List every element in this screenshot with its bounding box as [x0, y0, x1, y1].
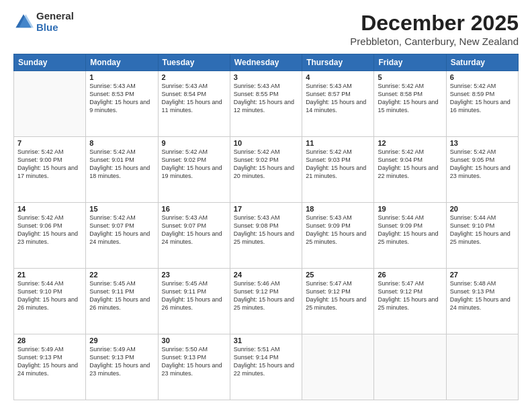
cell-info: Sunrise: 5:42 AM Sunset: 9:05 PM Dayligh… — [450, 148, 515, 181]
cell-info: Sunrise: 5:42 AM Sunset: 9:00 PM Dayligh… — [17, 148, 82, 181]
calendar-week-row: 28Sunrise: 5:49 AM Sunset: 9:13 PM Dayli… — [14, 334, 519, 400]
calendar-cell: 21Sunrise: 5:44 AM Sunset: 9:10 PM Dayli… — [14, 269, 86, 334]
cell-info: Sunrise: 5:42 AM Sunset: 9:07 PM Dayligh… — [89, 214, 154, 246]
calendar-cell: 27Sunrise: 5:48 AM Sunset: 9:13 PM Dayli… — [446, 269, 518, 334]
day-number: 24 — [234, 271, 298, 279]
day-number: 15 — [89, 205, 154, 213]
day-number: 28 — [17, 336, 82, 345]
title-block: December 2025 Prebbleton, Canterbury, Ne… — [350, 11, 519, 47]
calendar-cell: 11Sunrise: 5:42 AM Sunset: 9:03 PM Dayli… — [302, 137, 374, 203]
cell-info: Sunrise: 5:49 AM Sunset: 9:13 PM Dayligh… — [89, 345, 154, 378]
calendar-cell: 10Sunrise: 5:42 AM Sunset: 9:02 PM Dayli… — [230, 137, 302, 203]
calendar-cell: 30Sunrise: 5:50 AM Sunset: 9:13 PM Dayli… — [158, 334, 230, 400]
calendar-cell: 31Sunrise: 5:51 AM Sunset: 9:14 PM Dayli… — [230, 334, 302, 400]
logo-icon — [13, 12, 34, 32]
calendar-cell — [302, 334, 374, 400]
header-saturday: Saturday — [446, 54, 518, 71]
day-number: 6 — [450, 73, 515, 81]
day-number: 25 — [306, 271, 370, 279]
calendar-cell: 29Sunrise: 5:49 AM Sunset: 9:13 PM Dayli… — [86, 334, 158, 400]
day-number: 12 — [378, 139, 442, 147]
day-number: 21 — [17, 271, 82, 279]
calendar-cell: 8Sunrise: 5:42 AM Sunset: 9:01 PM Daylig… — [86, 137, 158, 203]
calendar-cell: 13Sunrise: 5:42 AM Sunset: 9:05 PM Dayli… — [446, 137, 518, 203]
cell-info: Sunrise: 5:51 AM Sunset: 9:14 PM Dayligh… — [234, 345, 298, 378]
cell-info: Sunrise: 5:42 AM Sunset: 9:02 PM Dayligh… — [162, 148, 226, 181]
cell-info: Sunrise: 5:45 AM Sunset: 9:11 PM Dayligh… — [89, 279, 154, 312]
cell-info: Sunrise: 5:42 AM Sunset: 9:02 PM Dayligh… — [234, 148, 298, 181]
cell-info: Sunrise: 5:47 AM Sunset: 9:12 PM Dayligh… — [378, 279, 442, 312]
day-number: 7 — [17, 139, 82, 147]
calendar-cell: 24Sunrise: 5:46 AM Sunset: 9:12 PM Dayli… — [230, 269, 302, 334]
cell-info: Sunrise: 5:42 AM Sunset: 8:59 PM Dayligh… — [450, 82, 515, 115]
cell-info: Sunrise: 5:43 AM Sunset: 8:57 PM Dayligh… — [306, 82, 370, 115]
logo-general: General — [36, 11, 74, 22]
calendar-table: Sunday Monday Tuesday Wednesday Thursday… — [13, 54, 519, 400]
day-number: 2 — [162, 73, 226, 81]
day-number: 22 — [89, 271, 154, 279]
day-number: 13 — [450, 139, 515, 147]
calendar-cell: 7Sunrise: 5:42 AM Sunset: 9:00 PM Daylig… — [14, 137, 86, 203]
logo: General Blue — [13, 11, 74, 33]
calendar-cell: 22Sunrise: 5:45 AM Sunset: 9:11 PM Dayli… — [86, 269, 158, 334]
calendar-cell: 19Sunrise: 5:44 AM Sunset: 9:09 PM Dayli… — [374, 203, 446, 269]
calendar-cell: 20Sunrise: 5:44 AM Sunset: 9:10 PM Dayli… — [446, 203, 518, 269]
calendar-cell: 23Sunrise: 5:45 AM Sunset: 9:11 PM Dayli… — [158, 269, 230, 334]
calendar-cell: 17Sunrise: 5:43 AM Sunset: 9:08 PM Dayli… — [230, 203, 302, 269]
calendar-cell: 3Sunrise: 5:43 AM Sunset: 8:55 PM Daylig… — [230, 71, 302, 137]
calendar-cell: 26Sunrise: 5:47 AM Sunset: 9:12 PM Dayli… — [374, 269, 446, 334]
day-number: 19 — [378, 205, 442, 213]
header-sunday: Sunday — [14, 54, 86, 71]
cell-info: Sunrise: 5:43 AM Sunset: 9:07 PM Dayligh… — [162, 214, 226, 246]
day-number: 17 — [234, 205, 298, 213]
weekday-header-row: Sunday Monday Tuesday Wednesday Thursday… — [14, 54, 519, 71]
calendar-week-row: 21Sunrise: 5:44 AM Sunset: 9:10 PM Dayli… — [14, 269, 519, 334]
logo-blue: Blue — [36, 22, 74, 34]
cell-info: Sunrise: 5:44 AM Sunset: 9:10 PM Dayligh… — [450, 214, 515, 246]
cell-info: Sunrise: 5:49 AM Sunset: 9:13 PM Dayligh… — [17, 345, 82, 378]
day-number: 10 — [234, 139, 298, 147]
day-number: 9 — [162, 139, 226, 147]
calendar-cell: 2Sunrise: 5:43 AM Sunset: 8:54 PM Daylig… — [158, 71, 230, 137]
calendar-cell: 4Sunrise: 5:43 AM Sunset: 8:57 PM Daylig… — [302, 71, 374, 137]
day-number: 27 — [450, 271, 515, 279]
cell-info: Sunrise: 5:43 AM Sunset: 9:09 PM Dayligh… — [306, 214, 370, 246]
calendar-cell: 25Sunrise: 5:47 AM Sunset: 9:12 PM Dayli… — [302, 269, 374, 334]
location: Prebbleton, Canterbury, New Zealand — [350, 36, 519, 47]
day-number: 30 — [162, 336, 226, 345]
header-monday: Monday — [86, 54, 158, 71]
logo-text: General Blue — [36, 11, 74, 33]
day-number: 8 — [89, 139, 154, 147]
day-number: 14 — [17, 205, 82, 213]
calendar-cell: 15Sunrise: 5:42 AM Sunset: 9:07 PM Dayli… — [86, 203, 158, 269]
calendar-week-row: 14Sunrise: 5:42 AM Sunset: 9:06 PM Dayli… — [14, 203, 519, 269]
day-number: 23 — [162, 271, 226, 279]
cell-info: Sunrise: 5:43 AM Sunset: 8:53 PM Dayligh… — [89, 82, 154, 115]
cell-info: Sunrise: 5:43 AM Sunset: 8:54 PM Dayligh… — [162, 82, 226, 115]
header: General Blue December 2025 Prebbleton, C… — [13, 11, 519, 47]
cell-info: Sunrise: 5:43 AM Sunset: 9:08 PM Dayligh… — [234, 214, 298, 246]
calendar-cell: 9Sunrise: 5:42 AM Sunset: 9:02 PM Daylig… — [158, 137, 230, 203]
calendar-cell: 18Sunrise: 5:43 AM Sunset: 9:09 PM Dayli… — [302, 203, 374, 269]
day-number: 1 — [89, 73, 154, 81]
day-number: 16 — [162, 205, 226, 213]
cell-info: Sunrise: 5:47 AM Sunset: 9:12 PM Dayligh… — [306, 279, 370, 312]
cell-info: Sunrise: 5:42 AM Sunset: 8:58 PM Dayligh… — [378, 82, 442, 115]
day-number: 31 — [234, 336, 298, 345]
header-friday: Friday — [374, 54, 446, 71]
cell-info: Sunrise: 5:48 AM Sunset: 9:13 PM Dayligh… — [450, 279, 515, 312]
day-number: 26 — [378, 271, 442, 279]
calendar-cell: 16Sunrise: 5:43 AM Sunset: 9:07 PM Dayli… — [158, 203, 230, 269]
day-number: 3 — [234, 73, 298, 81]
cell-info: Sunrise: 5:42 AM Sunset: 9:03 PM Dayligh… — [306, 148, 370, 181]
cell-info: Sunrise: 5:44 AM Sunset: 9:09 PM Dayligh… — [378, 214, 442, 246]
cell-info: Sunrise: 5:42 AM Sunset: 9:01 PM Dayligh… — [89, 148, 154, 181]
day-number: 18 — [306, 205, 370, 213]
calendar-cell: 1Sunrise: 5:43 AM Sunset: 8:53 PM Daylig… — [86, 71, 158, 137]
calendar-cell: 6Sunrise: 5:42 AM Sunset: 8:59 PM Daylig… — [446, 71, 518, 137]
cell-info: Sunrise: 5:43 AM Sunset: 8:55 PM Dayligh… — [234, 82, 298, 115]
day-number: 11 — [306, 139, 370, 147]
cell-info: Sunrise: 5:42 AM Sunset: 9:06 PM Dayligh… — [17, 214, 82, 246]
cell-info: Sunrise: 5:50 AM Sunset: 9:13 PM Dayligh… — [162, 345, 226, 378]
day-number: 4 — [306, 73, 370, 81]
